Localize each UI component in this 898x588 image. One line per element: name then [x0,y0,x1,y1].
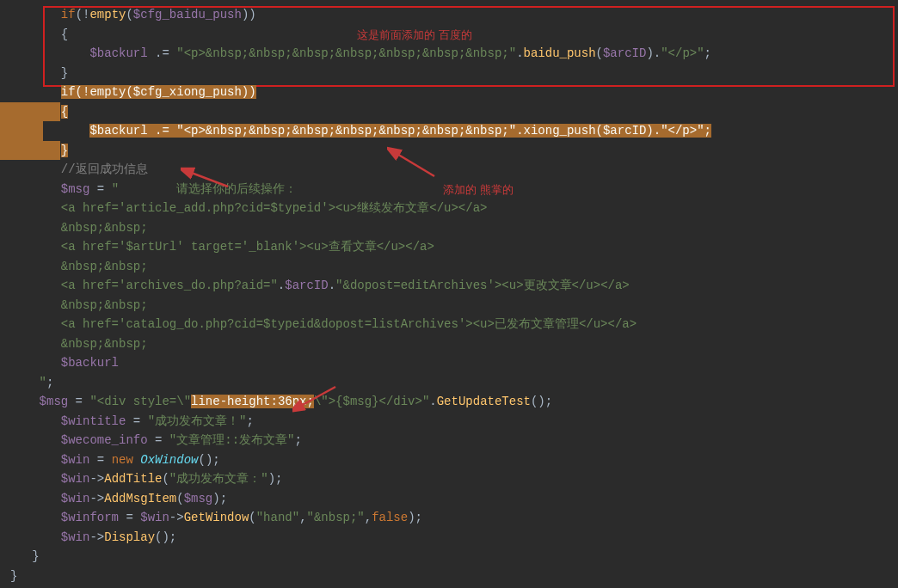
code-line: <a href='archives_do.php?aid=".$arcID."&… [0,276,898,296]
code-line: //返回成功信息 [0,160,898,180]
code-line: $backurl [0,353,898,373]
code-line: } [0,547,898,567]
code-line: $win = new OxWindow(); [0,450,898,470]
code-line: $winform = $win->GetWindow("hand","&nbsp… [0,508,898,528]
code-line: if(!empty($cfg_baidu_push)) [0,5,898,25]
code-line: <a href='catalog_do.php?cid=$typeid&dopo… [0,315,898,334]
code-line: $wecome_info = "文章管理::发布文章"; [0,431,898,450]
code-line: <a href='$artUrl' target='_blank'><u>查看文… [0,237,898,257]
code-line: } [0,567,898,586]
code-line: $win->AddMsgItem($msg); [0,489,898,509]
code-line: $msg = " 请选择你的后续操作： [0,180,898,199]
code-line: <a href='article_add.php?cid=$typeid'><u… [0,199,898,218]
code-line: } [0,141,898,161]
code-line: } [0,64,898,83]
code-line: $backurl .= "<p>&nbsp;&nbsp;&nbsp;&nbsp;… [0,44,898,64]
code-line: &nbsp;&nbsp; [0,257,898,277]
code-line: $win->AddTitle("成功发布文章："); [0,469,898,489]
code-line: { [0,102,898,122]
code-line: &nbsp;&nbsp; [0,334,898,354]
code-line: { [0,25,898,45]
code-line: &nbsp;&nbsp; [0,296,898,315]
code-line: "; [0,373,898,393]
code-line: &nbsp;&nbsp; [0,218,898,238]
code-line: $msg = "<div style=\"line-height:36px;\"… [0,392,898,412]
code-line: if(!empty($cfg_xiong_push)) [0,83,898,102]
code-line: $backurl .= "<p>&nbsp;&nbsp;&nbsp;&nbsp;… [0,121,898,141]
code-editor[interactable]: if(!empty($cfg_baidu_push)) { $backurl .… [0,0,898,588]
code-line: $win->Display(); [0,528,898,548]
code-line: $wintitle = "成功发布文章！"; [0,412,898,432]
